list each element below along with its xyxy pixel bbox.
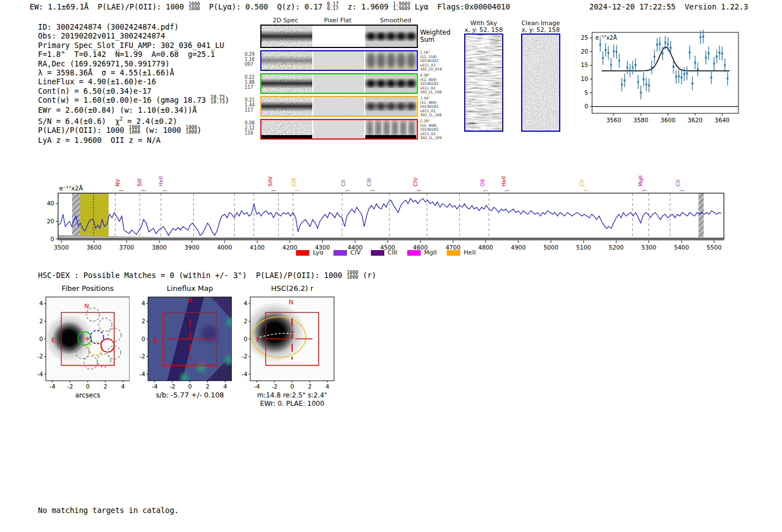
info-6-text-0: LineFlux = 4.90(±1.60)e-16 xyxy=(38,77,156,86)
x-tick-label: -2 xyxy=(67,383,73,390)
legend-swatch xyxy=(371,250,384,256)
x-tick-label: 0 xyxy=(188,383,192,390)
emission-line-label: CII xyxy=(340,180,346,186)
info-line-4: RA,Dec (169.926971,50.991779) xyxy=(38,59,230,68)
info-line-8: Cont(w) = 1.60(±0.00)e-16 (gmag 18.73 18… xyxy=(38,95,230,106)
version-label: Version 1.22.3 xyxy=(685,2,748,11)
y-tick-label: -4 xyxy=(37,371,44,377)
right-label: Sum xyxy=(420,36,450,44)
cell-pixelflat xyxy=(313,97,364,116)
cutout-row-sum xyxy=(260,25,418,48)
emission-line-label: CIII xyxy=(366,178,372,186)
data-point xyxy=(651,66,652,68)
cutout-left-labels-fiber3: 0.211.44117 xyxy=(245,98,258,113)
y-tick-label: -4 xyxy=(242,371,248,377)
flat-gray xyxy=(313,97,364,116)
cutout-right-labels-sum: WeightedSum xyxy=(420,29,450,44)
cell-smoothed xyxy=(365,26,416,47)
streak xyxy=(409,120,414,137)
data-point xyxy=(689,51,690,53)
y-tick-label: -2 xyxy=(242,353,247,360)
line-bracket: { xyxy=(345,189,350,192)
cell-smoothed xyxy=(365,51,416,70)
blob xyxy=(406,80,416,88)
column-title-2dspec: 2D Spec xyxy=(273,17,298,24)
left-label: 097 xyxy=(245,62,258,67)
withsky-image xyxy=(464,33,503,132)
streak xyxy=(392,120,398,137)
y-tick-label: 4 xyxy=(141,300,145,306)
data-point xyxy=(678,75,680,77)
cutout-right-labels-fiber1: 1.16"(52, 158)20190202v011_03302_LU_016 xyxy=(420,51,442,72)
left-label: 2.12 xyxy=(245,126,258,131)
line-bracket: { xyxy=(118,189,123,192)
cell-smoothed xyxy=(365,120,416,138)
data-point xyxy=(721,52,723,54)
header-text-6: Lyα Flags:0x00004010 xyxy=(410,2,510,11)
generated-timestamp: 2024-12-20 17:22:55 xyxy=(589,2,675,11)
legend-label: HeII xyxy=(464,249,476,256)
x-tick-label: 2 xyxy=(103,383,107,390)
dark-band xyxy=(261,30,312,42)
flat-gray xyxy=(313,51,364,70)
info-11-frac-low: 1000 xyxy=(129,130,140,135)
data-point xyxy=(643,78,645,80)
noise-rect xyxy=(465,35,502,131)
cell-2dspec xyxy=(261,97,312,116)
left-label: 0.21 xyxy=(245,98,258,103)
header-frac-low: 0.17 xyxy=(327,6,338,11)
data-point xyxy=(686,73,688,74)
legend-swatch xyxy=(447,250,460,256)
cell-smoothed xyxy=(365,97,416,116)
left-label: 117 xyxy=(245,85,258,90)
lineflux-map-panel: Lineflux Map-4-4-2-2002244NEs/b: -5.77 +… xyxy=(131,284,232,406)
line-bracket: { xyxy=(416,189,421,192)
cutout-row-fiber4 xyxy=(260,119,418,140)
compass-east: E xyxy=(51,337,55,344)
cutout-row-images xyxy=(261,74,417,93)
info-2-text-0: Primary Spec_Slot_IFU_AMP: 302_036_041_L… xyxy=(38,41,224,50)
cutout-row-images xyxy=(261,51,417,70)
blob xyxy=(406,32,416,40)
cutout-left-labels-fiber1: 0.291.16097 xyxy=(245,52,258,67)
cutout-left-labels-fiber2: 0.221.88117 xyxy=(245,75,258,90)
x-tick-label: 4 xyxy=(223,383,227,390)
x-tick-label: 0 xyxy=(86,383,90,390)
hscdex-frac-low: 1000 xyxy=(347,275,358,280)
header-fraction-3: 0.170.17 xyxy=(327,2,338,11)
y-tick-label: 4 xyxy=(39,300,43,306)
data-point xyxy=(637,81,639,83)
info-9-text-0: EWr = 2.60(±0.84) (w: 1.10(±0.34))Å xyxy=(38,106,197,114)
y-tick-label: 20 xyxy=(581,48,588,55)
info-1-text-0: Obs: 20190202v011_3002424874 xyxy=(38,31,165,40)
info-11-text-0: P(LAE)/P(OII): 1000 xyxy=(38,126,129,135)
emission-search-band xyxy=(80,193,108,239)
hsc-dex-match-line: HSC-DEX : Possible Matches = 0 (within +… xyxy=(38,271,376,281)
y-tick-label: 20 xyxy=(47,218,54,224)
legend-swatch xyxy=(407,250,421,256)
cutout-row-fiber2 xyxy=(260,73,418,94)
emission-line-label: CII xyxy=(579,180,585,186)
info-line-7: Cont(n) = 6.50(±0.34)e-17 xyxy=(38,87,230,95)
y-tick-label: 0 xyxy=(39,336,43,342)
info-3-text-0: F=1.8" T=0.142 N=1.99 A=0.68 g=25.1 xyxy=(38,50,215,59)
info-11-text-4: ) xyxy=(197,126,202,135)
emission-line-label: OII xyxy=(479,179,485,186)
blob xyxy=(376,32,386,40)
dark-band xyxy=(261,55,312,65)
y-tick-label: 0 xyxy=(244,336,247,342)
hscdex-text-0: HSC-DEX : Possible Matches = 0 (within +… xyxy=(38,271,347,280)
data-point xyxy=(656,44,658,46)
blob xyxy=(376,53,385,69)
compass-east: E xyxy=(154,337,158,344)
legend-swatch xyxy=(333,250,347,256)
panel-title: Fiber Positions xyxy=(61,284,113,293)
spectrum-legend: LyαCIVCIIIMgIIHeII xyxy=(0,249,782,256)
left-label: 1.16 xyxy=(245,57,258,62)
data-point xyxy=(683,73,685,75)
dark-strip xyxy=(365,135,416,138)
data-point xyxy=(624,79,626,81)
x-tick-label: -2 xyxy=(169,383,175,390)
emission-line-label: SiIV xyxy=(267,176,273,186)
info-11-text-2: (w: 1000 xyxy=(140,126,185,135)
